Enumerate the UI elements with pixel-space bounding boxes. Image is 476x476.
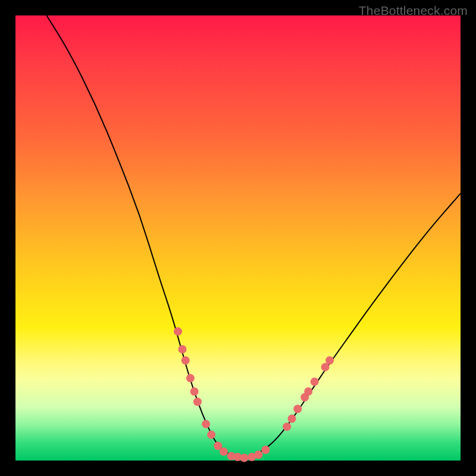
curve-markers bbox=[174, 327, 334, 462]
data-marker bbox=[254, 450, 262, 459]
data-marker bbox=[190, 387, 199, 396]
data-marker bbox=[186, 374, 195, 383]
chart-frame: TheBottleneck.com bbox=[0, 0, 476, 476]
data-marker bbox=[325, 356, 334, 365]
data-marker bbox=[193, 397, 202, 406]
chart-plot-area bbox=[15, 15, 461, 461]
data-marker bbox=[207, 431, 215, 439]
data-marker bbox=[293, 405, 302, 413]
data-marker bbox=[311, 378, 319, 386]
data-marker bbox=[178, 345, 187, 353]
data-marker bbox=[240, 454, 248, 462]
data-marker bbox=[283, 422, 291, 431]
curve-left bbox=[46, 15, 242, 458]
data-marker bbox=[261, 446, 270, 454]
watermark-text: TheBottleneck.com bbox=[359, 4, 468, 18]
data-marker bbox=[288, 415, 296, 423]
data-marker bbox=[181, 356, 190, 365]
chart-svg bbox=[15, 15, 461, 461]
data-marker bbox=[202, 420, 210, 428]
data-marker bbox=[304, 387, 312, 396]
data-marker bbox=[220, 447, 228, 456]
curve-right bbox=[242, 193, 461, 458]
data-marker bbox=[174, 327, 182, 336]
